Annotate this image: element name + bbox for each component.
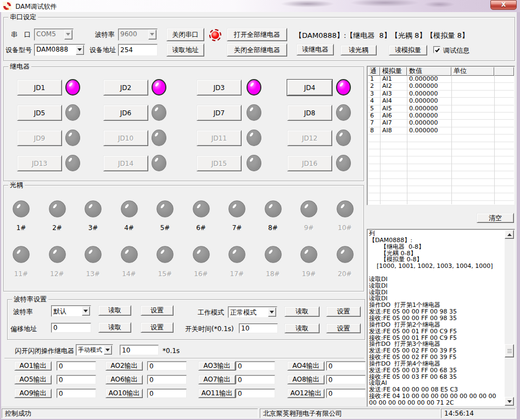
baud-set-combo-arrow[interactable]	[82, 306, 90, 316]
flash-mode-value: 手动模式	[78, 346, 104, 354]
table-row[interactable]	[368, 149, 514, 156]
model-combobox[interactable]: DAM0888	[34, 44, 85, 56]
close-all-relays-button[interactable]: 关闭全部继电器	[227, 43, 287, 57]
ao-output-input-3[interactable]: 0	[236, 361, 275, 371]
ao-output-input-12[interactable]: 0	[326, 389, 366, 398]
open-all-relays-button[interactable]: 打开全部继电器	[227, 28, 287, 41]
read-addr-button[interactable]: 读取地址	[166, 43, 204, 57]
ao-output-button-6[interactable]: AO6输出	[105, 375, 143, 384]
relay-led-jd7	[247, 104, 261, 121]
table-row[interactable]	[368, 179, 514, 186]
table-row[interactable]	[368, 164, 514, 171]
read-relays-button[interactable]: 读继电器	[297, 44, 334, 55]
table-row[interactable]	[368, 193, 514, 200]
table-row[interactable]	[368, 142, 514, 149]
table-gridline	[451, 76, 452, 204]
ao-output-input-2[interactable]: 0	[147, 361, 187, 371]
table-header-4[interactable]	[494, 67, 514, 76]
table-row[interactable]: 5AI50.000000	[368, 105, 514, 113]
relay-led-jd2	[152, 79, 166, 96]
table-row[interactable]: 6AI60.000000	[368, 113, 514, 120]
clear-button[interactable]: 清空	[477, 213, 514, 223]
offset-addr-input[interactable]: 0	[51, 323, 91, 333]
scroll-down-button[interactable]	[505, 397, 514, 406]
ao-output-button-4[interactable]: AO4输出	[287, 361, 325, 371]
port-combo-arrow[interactable]	[64, 30, 72, 40]
relay-button-jd5[interactable]: JD5	[17, 105, 62, 121]
ao-output-input-11[interactable]: 0	[236, 389, 275, 398]
table-row[interactable]	[368, 135, 514, 142]
ao-output-input-8[interactable]: 0	[326, 375, 366, 384]
ao-output-input-6[interactable]: 0	[147, 375, 187, 384]
ao-output-button-11[interactable]: AO11输出	[198, 389, 236, 398]
workmode-read-button[interactable]: 读取	[284, 306, 320, 317]
table-header-1[interactable]: 模拟量	[380, 67, 407, 76]
baud-set-button[interactable]: 设置	[141, 305, 174, 316]
ao-output-button-5[interactable]: AO5输出	[14, 375, 52, 384]
read-opto-button[interactable]: 读光耦	[340, 45, 377, 55]
close-button[interactable]: X	[490, 0, 517, 10]
log-text[interactable]: 列 【DAM0888】: 【继电器 0-8】 【光耦 0-8】 【模拟量 0-8…	[369, 231, 496, 405]
switch-set-button[interactable]: 设置	[326, 323, 361, 333]
ao-output-button-3[interactable]: AO3输出	[198, 361, 236, 371]
ao-output-input-10[interactable]: 0	[147, 389, 187, 398]
ao-output-button-9[interactable]: AO9输出	[14, 389, 52, 398]
ao-output-input-9[interactable]: 0	[57, 389, 96, 398]
read-analog-button[interactable]: 读模拟量	[389, 45, 427, 55]
ao-output-input-1[interactable]: 0	[57, 361, 96, 371]
relay-button-jd1[interactable]: JD1	[17, 80, 62, 96]
table-row[interactable]	[368, 186, 514, 193]
switch-time-input[interactable]: 10	[239, 323, 278, 333]
switch-read-button[interactable]: 读取	[284, 323, 320, 333]
flash-mode-combobox[interactable]: 手动模式	[76, 344, 113, 356]
offset-set-button[interactable]: 设置	[141, 322, 174, 333]
relay-button-jd4[interactable]: JD4	[287, 80, 332, 96]
ao-output-button-8[interactable]: AO8输出	[287, 375, 325, 384]
workmode-set-button[interactable]: 设置	[326, 306, 361, 317]
table-cell	[451, 120, 494, 126]
log-scrollbar[interactable]	[505, 230, 514, 406]
relay-button-jd3[interactable]: JD3	[197, 80, 242, 96]
ao-output-input-7[interactable]: 0	[236, 375, 275, 384]
ao-output-input-4[interactable]: 0	[326, 361, 366, 371]
table-header-3[interactable]: 单位	[451, 67, 494, 76]
table-row[interactable]	[368, 156, 514, 164]
table-row[interactable]: 4AI40.000000	[368, 98, 514, 105]
table-cell	[380, 135, 407, 141]
table-row[interactable]: 7AI70.000000	[368, 120, 514, 127]
scroll-up-button[interactable]	[505, 230, 514, 239]
relay-button-jd6[interactable]: JD6	[103, 105, 148, 121]
ao-output-button-10[interactable]: AO10输出	[105, 389, 143, 398]
relay-button-jd2[interactable]: JD2	[103, 80, 148, 96]
table-row[interactable]: 3AI30.000000	[368, 91, 514, 98]
device-addr-input[interactable]: 254	[118, 44, 158, 56]
model-combo-arrow[interactable]	[76, 45, 84, 55]
ao-output-input-5[interactable]: 0	[57, 375, 96, 384]
table-header-2[interactable]: 数值	[407, 67, 451, 76]
table-row[interactable]: 2AI20.000000	[368, 83, 514, 90]
ao-output-button-7[interactable]: AO7输出	[198, 375, 236, 384]
table-row[interactable]: 1AI10.000000	[368, 76, 514, 83]
ao-output-button-12[interactable]: AO12输出	[287, 389, 325, 398]
baud-set-combobox[interactable]: 默认	[51, 305, 91, 317]
table-header-0[interactable]: 通	[368, 67, 380, 76]
close-port-button[interactable]: 关闭串口	[166, 28, 204, 41]
baudrate-combobox[interactable]: 9600	[118, 29, 158, 41]
workmode-combobox[interactable]: 正常模式	[228, 306, 277, 318]
table-row[interactable]: 8AI80.000000	[368, 127, 514, 135]
baudrate-combo-arrow[interactable]	[148, 30, 156, 40]
scroll-thumb[interactable]	[505, 344, 514, 357]
workmode-combo-arrow[interactable]	[268, 307, 276, 317]
ao-output-button-2[interactable]: AO2输出	[105, 361, 143, 371]
table-row[interactable]	[368, 201, 514, 204]
flash-time-input[interactable]: 10	[120, 345, 159, 355]
baud-read-button[interactable]: 读取	[98, 305, 131, 316]
debug-info-checkbox[interactable]	[433, 46, 440, 53]
port-combobox[interactable]: COM5	[34, 29, 74, 41]
offset-read-button[interactable]: 读取	[98, 322, 131, 333]
table-row[interactable]	[368, 171, 514, 178]
ao-output-button-1[interactable]: AO1输出	[14, 361, 52, 371]
relay-button-jd7[interactable]: JD7	[197, 105, 242, 121]
relay-button-jd8[interactable]: JD8	[287, 105, 332, 121]
flash-mode-combo-arrow[interactable]	[104, 345, 112, 355]
